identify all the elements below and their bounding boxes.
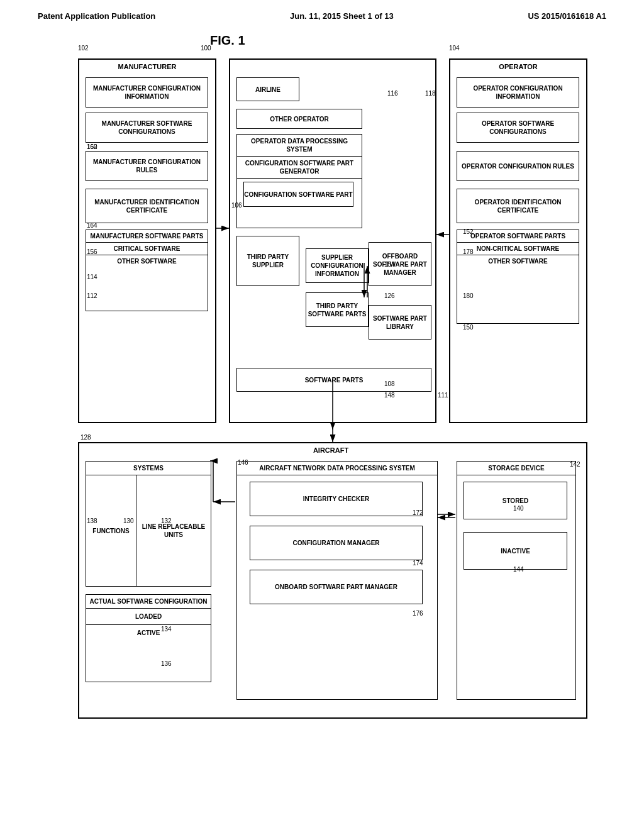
diagram-area: FIG. 1 102 104 100 MANUFACTURER MANUFACT…: [78, 27, 644, 750]
mfr-id-cert-box: MANUFACTURER IDENTIFICATION CERTIFICATE: [86, 189, 208, 223]
header-right: US 2015/0161618 A1: [528, 11, 606, 21]
op-data-proc-title: OPERATOR DATA PROCESSING SYSTEM: [237, 135, 362, 157]
functions-label: FUNCTIONS: [86, 475, 136, 586]
num-102: 102: [78, 45, 89, 52]
num-152: 152: [463, 228, 474, 235]
op-config-info-box: OPERATOR CONFIGURATION INFORMATION: [457, 77, 579, 108]
num-130: 130: [123, 517, 134, 524]
third-party-sw-parts-box: THIRD PARTY SOFTWARE PARTS: [306, 292, 369, 327]
num-126: 126: [384, 292, 395, 299]
other-operator-box: OTHER OPERATOR: [236, 109, 362, 129]
op-sw-config-box: OPERATOR SOFTWARE CONFIGURATIONS: [457, 113, 579, 143]
num-140: 140: [513, 505, 524, 512]
aircraft-network-outer: AIRCRAFT NETWORK DATA PROCESSING SYSTEM …: [236, 461, 438, 700]
other-sw-op-label: OTHER SOFTWARE: [457, 255, 579, 267]
op-id-cert-box: OPERATOR IDENTIFICATION CERTIFICATE: [457, 189, 579, 223]
storage-device-outer: STORAGE DEVICE STORED INACTIVE: [457, 461, 576, 700]
actual-sw-config-outer: ACTUAL SOFTWARE CONFIGURATION LOADED ACT…: [86, 594, 211, 682]
num-176: 176: [413, 610, 423, 617]
num-138: 138: [87, 517, 97, 524]
software-parts-box: SOFTWARE PARTS: [236, 368, 431, 392]
actual-sw-config-title: ACTUAL SOFTWARE CONFIGURATION: [86, 595, 211, 609]
config-manager-box: CONFIGURATION MANAGER: [250, 526, 423, 560]
mfr-sw-config-box: MANUFACTURER SOFTWARE CONFIGURATIONS: [86, 113, 208, 143]
manufacturer-title: MANUFACTURER: [79, 63, 215, 70]
num-178: 178: [463, 248, 474, 255]
aircraft-network-title: AIRCRAFT NETWORK DATA PROCESSING SYSTEM: [237, 462, 437, 475]
systems-title: SYSTEMS: [86, 462, 211, 475]
num-144: 144: [513, 566, 524, 573]
operator-title: OPERATOR: [450, 63, 586, 70]
op-sw-parts-outer: OPERATOR SOFTWARE PARTS NON-CRITICAL SOF…: [457, 230, 579, 324]
num-150: 150: [463, 324, 474, 331]
num-114: 114: [87, 274, 97, 280]
aircraft-container: AIRCRAFT 128 SYSTEMS FUNCTIONS LINE REPL…: [78, 442, 587, 719]
sw-part-library-box: SOFTWARE PART LIBRARY: [369, 305, 431, 340]
line-replaceable-label: LINE REPLACEABLE UNITS: [136, 475, 211, 586]
num-160: 160: [87, 143, 97, 150]
num-164: 164: [87, 222, 97, 229]
manufacturer-container: MANUFACTURER MANUFACTURER CONFIGURATION …: [78, 58, 216, 423]
num-108: 108: [384, 380, 395, 387]
num-174: 174: [413, 560, 423, 567]
header-left: Patent Application Publication: [38, 11, 155, 21]
mfr-sw-parts-outer: MANUFACTURER SOFTWARE PARTS CRITICAL SOF…: [86, 230, 208, 311]
inactive-box: INACTIVE: [464, 532, 567, 570]
num-180: 180: [463, 292, 474, 299]
loaded-label: LOADED: [86, 609, 211, 625]
systems-outer: SYSTEMS FUNCTIONS LINE REPLACEABLE UNITS: [86, 461, 211, 587]
header-center: Jun. 11, 2015 Sheet 1 of 13: [290, 11, 394, 21]
op-sw-parts-label: OPERATOR SOFTWARE PARTS: [457, 230, 579, 243]
num-128: 128: [80, 434, 91, 441]
offboard-sw-mgr-box: OFFBOARD SOFTWARE PART MANAGER: [369, 242, 431, 286]
num-132: 132: [161, 517, 172, 524]
num-146: 146: [238, 459, 248, 466]
num-154: 154: [384, 261, 395, 268]
mfr-config-info-box: MANUFACTURER CONFIGURATION INFORMATION: [86, 77, 208, 108]
critical-sw-label: CRITICAL SOFTWARE: [86, 243, 208, 255]
operator-container: OPERATOR OPERATOR CONFIGURATION INFORMAT…: [449, 58, 587, 423]
num-106: 106: [231, 202, 242, 209]
num-116: 116: [387, 90, 398, 97]
mfr-sw-parts-label: MANUFACTURER SOFTWARE PARTS: [86, 230, 208, 243]
op-config-rules-box: OPERATOR CONFIGURATION RULES: [457, 151, 579, 181]
mfr-config-rules-box: MANUFACTURER CONFIGURATION RULES: [86, 151, 208, 181]
supplier-config-info-box: SUPPLIER CONFIGURATION INFORMATION: [306, 248, 369, 283]
page-header: Patent Application Publication Jun. 11, …: [0, 0, 644, 27]
config-sw-part-box: CONFIGURATION SOFTWARE PART: [243, 182, 353, 207]
num-134: 134: [161, 626, 172, 633]
middle-container: AIRLINE 116 118 OTHER OPERATOR OPERATOR …: [229, 58, 436, 423]
num-172: 172: [413, 509, 423, 516]
other-sw-mfr-label: OTHER SOFTWARE: [86, 255, 208, 267]
num-136: 136: [161, 660, 172, 667]
op-data-proc-outer: OPERATOR DATA PROCESSING SYSTEM CONFIGUR…: [236, 134, 362, 228]
num-112: 112: [87, 292, 97, 299]
num-142: 142: [570, 461, 580, 468]
stored-box: STORED: [464, 482, 567, 519]
num-100: 100: [201, 45, 211, 52]
num-156: 156: [87, 248, 97, 255]
num-111: 111: [438, 392, 448, 399]
fig-title: FIG. 1: [210, 33, 245, 48]
active-label: ACTIVE: [86, 625, 211, 641]
airline-box: AIRLINE: [236, 77, 299, 101]
third-party-supplier-box: THIRD PARTY SUPPLIER: [236, 236, 299, 286]
onboard-sw-mgr-box: ONBOARD SOFTWARE PART MANAGER: [250, 570, 423, 604]
aircraft-title: AIRCRAFT: [268, 446, 394, 454]
num-148: 148: [384, 392, 395, 399]
num-118: 118: [425, 90, 436, 97]
num-104: 104: [449, 45, 460, 52]
non-critical-sw-label: NON-CRITICAL SOFTWARE: [457, 243, 579, 255]
config-sw-gen-label: CONFIGURATION SOFTWARE PART GENERATOR: [237, 157, 362, 179]
storage-device-title: STORAGE DEVICE: [457, 462, 575, 475]
integrity-checker-box: INTEGRITY CHECKER: [250, 482, 423, 516]
